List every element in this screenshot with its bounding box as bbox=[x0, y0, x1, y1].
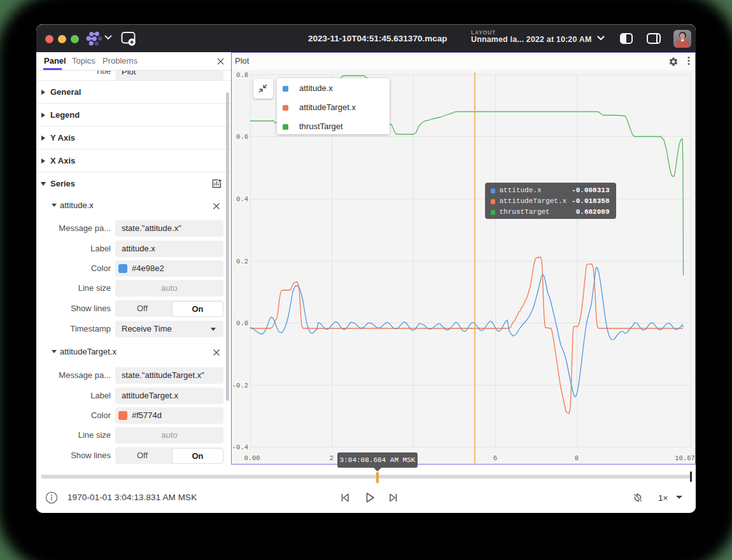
svg-text:8: 8 bbox=[575, 454, 579, 462]
svg-text:-0.4: -0.4 bbox=[232, 444, 248, 451]
svg-text:0.8: 0.8 bbox=[236, 71, 248, 79]
svg-text:0.00: 0.00 bbox=[244, 454, 260, 462]
svg-text:2: 2 bbox=[330, 454, 334, 462]
svg-text:10.67: 10.67 bbox=[675, 454, 694, 462]
svg-text:0.2: 0.2 bbox=[236, 258, 248, 265]
svg-text:0.6: 0.6 bbox=[236, 133, 248, 141]
svg-text:0.0: 0.0 bbox=[236, 319, 248, 327]
svg-text:6: 6 bbox=[493, 454, 497, 462]
svg-text:-0.2: -0.2 bbox=[232, 382, 248, 389]
svg-text:0.4: 0.4 bbox=[236, 195, 248, 203]
